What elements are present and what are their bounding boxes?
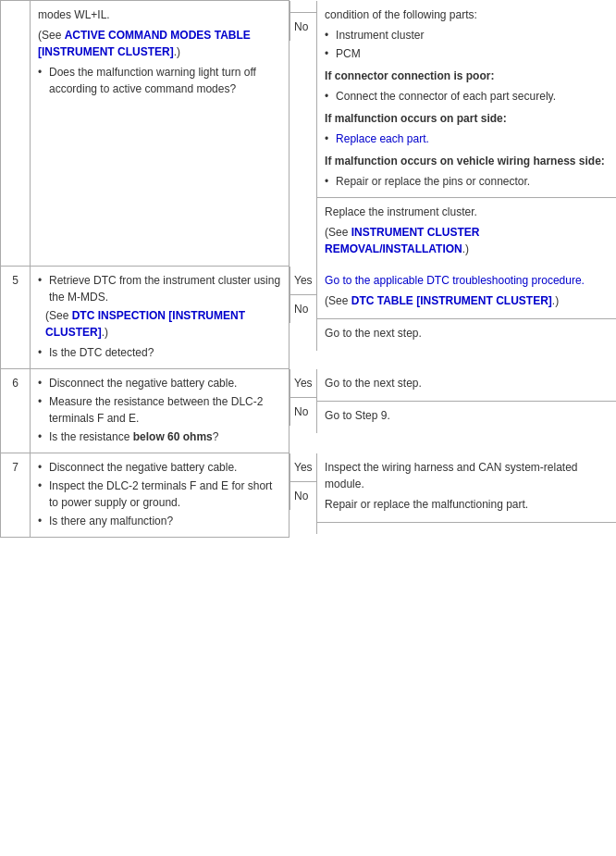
instruction-cell-5: Retrieve DTC from the instrument cluster… [31, 267, 290, 369]
go-next-step-5: Go to the next step. [325, 325, 608, 341]
go-next-step-6-yes: Go to the next step. [325, 375, 608, 391]
action-cell-7-yes: Inspect the wiring harness and CAN syste… [317, 453, 616, 523]
instruction-cell-0: modes WL+IL. (See ACTIVE COMMAND MODES T… [31, 1, 290, 267]
link-go-applicable-dtc[interactable]: Go to the applicable DTC troubleshooting… [325, 274, 585, 287]
link-active-command[interactable]: ACTIVE COMMAND MODES TABLE [INSTRUMENT C… [38, 29, 251, 58]
action-cell-0-yes: condition of the following parts: Instru… [317, 1, 616, 198]
instruction-cell-7: Disconnect the negative battery cable. I… [31, 453, 290, 538]
table-row-0: modes WL+IL. (See ACTIVE COMMAND MODES T… [1, 1, 616, 267]
bullet-connect-connector: Connect the connector of each part secur… [325, 88, 608, 105]
if-malfunction-harness-label: If malfunction occurs on vehicle wiring … [325, 153, 608, 169]
yn-cell-6-no: No [290, 397, 316, 426]
bullet-disconnect-battery-7: Disconnect the negative battery cable. [38, 459, 281, 476]
table-row-6: 6 Disconnect the negative battery cable.… [1, 369, 616, 453]
link-dtc-inspection[interactable]: DTC INSPECTION [INSTRUMENT CLUSTER] [45, 309, 245, 339]
yn-cell-0-yes [290, 1, 316, 13]
repair-replace-malfunctioning: Repair or replace the malfunctioning par… [325, 496, 608, 513]
see-dtc-inspection: (See DTC INSPECTION [INSTRUMENT CLUSTER]… [45, 307, 281, 341]
if-malfunction-part-label: If malfunction occurs on part side: [325, 110, 608, 127]
action-condition-text: condition of the following parts: [325, 6, 608, 23]
instruction-cell-6: Disconnect the negative battery cable. M… [31, 369, 290, 453]
action-cell-6-no: Go to Step 9. [317, 401, 616, 433]
bullet-inspect-dlc2: Inspect the DLC-2 terminals F and E for … [38, 478, 281, 511]
step-cell-7: 7 [1, 453, 31, 538]
link-removal-installation[interactable]: INSTRUMENT CLUSTER REMOVAL/INSTALLATION [325, 226, 479, 255]
if-connector-label: If connector connection is poor: [325, 68, 608, 84]
inspect-wiring-harness: Inspect the wiring harness and CAN syste… [325, 459, 608, 492]
step-cell-6: 6 [1, 369, 31, 453]
table-row-7: 7 Disconnect the negative battery cable.… [1, 453, 616, 538]
action-cell-6-yes: Go to the next step. [317, 369, 616, 402]
bullet-dtc-detected: Is the DTC detected? [38, 344, 281, 361]
yn-cell-0-no: No [290, 12, 316, 41]
action-cell-5-no: Go to the next step. [317, 318, 616, 351]
bullet-instrument-cluster: Instrument cluster [325, 27, 608, 43]
bullet-replace-each: Replace each part. [325, 130, 608, 147]
step-cell-5: 5 [1, 267, 31, 369]
link-dtc-table[interactable]: DTC TABLE [INSTRUMENT CLUSTER] [351, 294, 552, 307]
yn-cell-7-no: No [290, 481, 317, 510]
see-removal-text: (See INSTRUMENT CLUSTER REMOVAL/INSTALLA… [325, 224, 608, 257]
bullet-any-malfunction: Is there any malfunction? [38, 513, 281, 529]
action-cell-5-yes: Go to the applicable DTC troubleshooting… [317, 267, 616, 319]
bullet-resistance-below-60: Is the resistance below 60 ohms? [38, 428, 281, 445]
yn-cell-6-yes: Yes [290, 369, 316, 398]
bullet-malfunction-light: Does the malfunction warning light turn … [38, 64, 281, 97]
action-cell-7-no [317, 522, 616, 534]
go-step-9: Go to Step 9. [325, 407, 608, 424]
bullet-repair-pins: Repair or replace the pins or connector. [325, 173, 608, 190]
action-cell-0-no: Replace the instrument cluster. (See INS… [317, 197, 616, 267]
yn-cell-5-yes: Yes [290, 267, 316, 295]
step-cell-0 [1, 1, 31, 267]
bullet-measure-resistance: Measure the resistance between the DLC-2… [38, 393, 281, 427]
bullet-pcm: PCM [325, 45, 608, 62]
bullet-disconnect-battery-6: Disconnect the negative battery cable. [38, 375, 281, 391]
table-row-5: 5 Retrieve DTC from the instrument clust… [1, 267, 616, 369]
yn-cell-7-yes: Yes [290, 453, 317, 482]
text-modes: modes WL+IL. [38, 6, 281, 23]
see-dtc-table: (See DTC TABLE [INSTRUMENT CLUSTER].) [325, 292, 608, 309]
text-see-active: (See ACTIVE COMMAND MODES TABLE [INSTRUM… [38, 27, 281, 60]
replace-cluster-text: Replace the instrument cluster. [325, 204, 608, 220]
yn-cell-5-no: No [290, 294, 316, 323]
go-applicable-dtc: Go to the applicable DTC troubleshooting… [325, 272, 608, 289]
bullet-retrieve-dtc: Retrieve DTC from the instrument cluster… [38, 272, 281, 305]
link-replace-part[interactable]: Replace each part. [336, 132, 429, 145]
